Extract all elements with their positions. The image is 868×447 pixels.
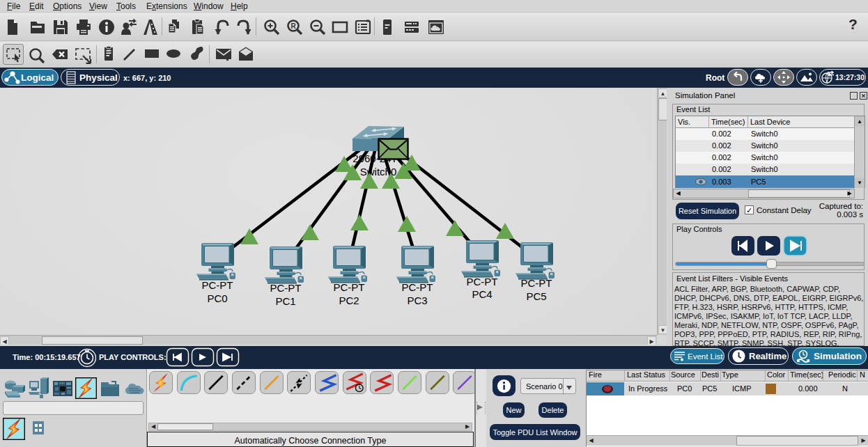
svg-text:R: R bbox=[290, 22, 296, 30]
svg-text:PC1: PC1 bbox=[275, 295, 295, 307]
svg-text:PC-PT: PC-PT bbox=[467, 276, 498, 288]
svg-text:PC2: PC2 bbox=[339, 295, 359, 306]
svg-text:PC5: PC5 bbox=[526, 290, 546, 302]
svg-text:PC4: PC4 bbox=[472, 288, 492, 300]
svg-text:PC-PT: PC-PT bbox=[202, 279, 233, 291]
svg-text:PC-PT: PC-PT bbox=[334, 281, 365, 293]
svg-text:PC-PT: PC-PT bbox=[521, 277, 552, 289]
svg-text:PC3: PC3 bbox=[407, 295, 427, 306]
svg-text:PC-PT: PC-PT bbox=[402, 281, 433, 293]
svg-text:PC-PT: PC-PT bbox=[270, 282, 302, 294]
svg-text:PC0: PC0 bbox=[207, 292, 227, 304]
